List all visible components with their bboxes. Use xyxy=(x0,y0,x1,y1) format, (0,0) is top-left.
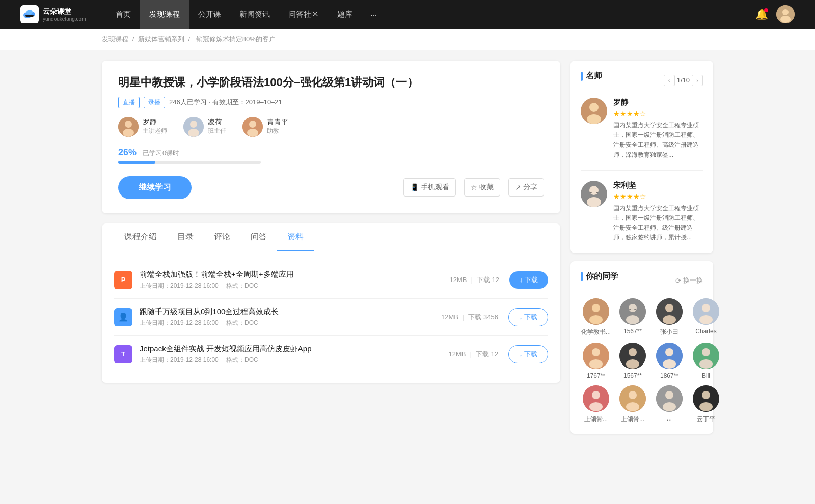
sidebar-teacher-stars-1: ★★★★☆ xyxy=(613,109,703,118)
classmate-5[interactable]: 1767** xyxy=(581,343,611,379)
svg-point-36 xyxy=(702,304,710,312)
resource-stats-2: 12MB | 下载 3456 xyxy=(441,313,498,322)
tab-review[interactable]: 评论 xyxy=(204,223,240,251)
nav-qa[interactable]: 问答社区 xyxy=(279,0,328,29)
resource-icon-3: T xyxy=(114,345,132,363)
resource-meta-1: 上传日期：2019-12-28 16:00 格式：DOC xyxy=(140,282,449,290)
sidebar-teacher-desc-2: 国内某重点大学安全工程专业硕士，国家一级注册消防工程师、注册安全工程师、级注册建… xyxy=(613,204,703,243)
classmates-section-title: 你的同学 xyxy=(581,271,618,282)
classmate-11[interactable]: ... xyxy=(654,385,685,424)
resource-meta-3: 上传日期：2019-12-28 16:00 格式：DOC xyxy=(140,356,448,365)
nav-open-course[interactable]: 公开课 xyxy=(189,0,230,29)
classmate-avatar-12 xyxy=(693,385,719,412)
svg-point-18 xyxy=(587,114,601,124)
user-avatar[interactable] xyxy=(776,5,795,23)
svg-point-39 xyxy=(592,348,600,356)
classmate-1[interactable]: 化学教书... xyxy=(581,298,611,337)
teacher-qingqingping: 青青平 助教 xyxy=(242,117,288,137)
left-content: 明星中教授课，小学阶段语法100分–强化级第1讲动词（一） 直播 录播 246人… xyxy=(102,61,560,442)
svg-point-40 xyxy=(589,359,603,369)
svg-point-37 xyxy=(699,315,713,324)
classmate-10[interactable]: 上颌骨... xyxy=(617,385,648,424)
right-sidebar: 名师 ‹ 1/10 › 罗静 xyxy=(570,61,713,442)
tabs-header: 课程介绍 目录 评论 问答 资料 xyxy=(102,223,560,251)
classmate-name-12: 云丁平 xyxy=(691,415,721,424)
resource-name-3: Jetpack全组件实战 开发短视频应用高仿皮皮虾App xyxy=(140,344,448,354)
main-layout: 明星中教授课，小学阶段语法100分–强化级第1讲动词（一） 直播 录播 246人… xyxy=(0,50,815,452)
nav-quiz[interactable]: 题库 xyxy=(328,0,362,29)
breadcrumb-current: 销冠修炼术搞定80%的客户 xyxy=(196,35,276,43)
classmate-name-10: 上颌骨... xyxy=(617,415,648,424)
logo-sub: yundouketang.com xyxy=(43,16,86,22)
favorite-button[interactable]: ☆ 收藏 xyxy=(464,178,500,197)
classmate-avatar-7 xyxy=(656,343,683,369)
share-icon: ↗ xyxy=(515,183,521,191)
notification-bell[interactable]: 🔔 xyxy=(755,8,768,20)
svg-point-15 xyxy=(247,129,258,137)
breadcrumb: 发现课程 / 新媒体营销系列 / 销冠修炼术搞定80%的客户 xyxy=(0,29,815,50)
classmate-7[interactable]: 1867** xyxy=(654,343,685,379)
classmate-12[interactable]: 云丁平 xyxy=(691,385,721,424)
svg-rect-30 xyxy=(629,309,631,310)
download-button-1[interactable]: ↓ 下载 xyxy=(509,271,548,289)
classmate-avatar-11 xyxy=(656,385,683,412)
classmate-6[interactable]: 1567** xyxy=(617,343,648,379)
tab-resources[interactable]: 资料 xyxy=(277,223,314,251)
teachers-prev-btn[interactable]: ‹ xyxy=(664,75,675,86)
continue-button[interactable]: 继续学习 xyxy=(118,176,192,199)
tab-catalog[interactable]: 目录 xyxy=(167,223,204,251)
nav-more[interactable]: ··· xyxy=(362,0,387,29)
svg-point-34 xyxy=(663,315,676,324)
share-button[interactable]: ↗ 分享 xyxy=(508,178,544,197)
classmate-3[interactable]: 张小田 xyxy=(654,298,685,337)
progress-percent: 26% xyxy=(118,147,137,157)
classmate-avatar-6 xyxy=(619,343,646,369)
tabs-section: 课程介绍 目录 评论 问答 资料 P 前端全栈加强版！前端全栈+全周期+多端应用… xyxy=(102,223,560,383)
svg-point-51 xyxy=(592,391,600,399)
classmate-avatar-1 xyxy=(583,298,609,325)
teacher-name-2: 凌荷 xyxy=(208,118,226,127)
classmate-8[interactable]: Bill xyxy=(691,343,721,379)
nav-discover[interactable]: 发现课程 xyxy=(140,0,189,29)
logo[interactable]: 云朵课堂 yundouketang.com xyxy=(20,5,86,23)
classmate-2[interactable]: 1567** xyxy=(617,298,648,337)
sidebar-teacher-stars-2: ★★★★☆ xyxy=(613,192,703,201)
svg-point-52 xyxy=(589,402,603,411)
download-button-3[interactable]: ↓ 下载 xyxy=(508,345,548,363)
classmate-name-9: 上颌骨... xyxy=(581,415,611,424)
resource-name-1: 前端全栈加强版！前端全栈+全周期+多端应用 xyxy=(140,270,449,279)
breadcrumb-discover[interactable]: 发现课程 xyxy=(102,35,128,43)
tab-qa[interactable]: 问答 xyxy=(240,223,277,251)
nav-home[interactable]: 首页 xyxy=(106,0,140,29)
teacher-avatar-3 xyxy=(242,117,263,137)
classmates-grid: 化学教书... 1567** 张小田 xyxy=(581,298,703,424)
classmates-card: 你的同学 ⟳ 换一换 化学教书... xyxy=(570,261,713,434)
svg-point-43 xyxy=(626,359,639,369)
course-card: 明星中教授课，小学阶段语法100分–强化级第1讲动词（一） 直播 录播 246人… xyxy=(102,61,560,213)
svg-point-29 xyxy=(626,315,639,324)
course-meta: 246人已学习 · 有效期至：2019–10–21 xyxy=(169,98,282,107)
resource-item-1: P 前端全栈加强版！前端全栈+全周期+多端应用 上传日期：2019-12-28 … xyxy=(114,262,548,299)
mobile-watch-button[interactable]: 📱 手机观看 xyxy=(403,178,456,197)
nav-news[interactable]: 新闻资讯 xyxy=(230,0,279,29)
svg-point-58 xyxy=(663,402,676,411)
classmate-name-1: 化学教书... xyxy=(581,328,611,337)
resource-name-2: 跟随千万级项目从0到100全过程高效成长 xyxy=(140,307,441,317)
teachers-card: 名师 ‹ 1/10 › 罗静 xyxy=(570,61,713,253)
svg-point-14 xyxy=(249,121,256,128)
svg-point-20 xyxy=(589,186,599,195)
download-button-2[interactable]: ↓ 下载 xyxy=(508,308,548,326)
classmate-4[interactable]: Charles xyxy=(691,298,721,337)
sidebar-teacher-name-2: 宋利坚 xyxy=(613,181,703,190)
teachers-next-btn[interactable]: › xyxy=(692,75,703,86)
refresh-classmates-button[interactable]: ⟳ 换一换 xyxy=(675,276,703,285)
course-actions: 继续学习 📱 手机观看 ☆ 收藏 ↗ 分享 xyxy=(118,176,544,199)
breadcrumb-series[interactable]: 新媒体营销系列 xyxy=(138,35,184,43)
resource-item-3: T Jetpack全组件实战 开发短视频应用高仿皮皮虾App 上传日期：2019… xyxy=(114,336,548,373)
progress-label: 已学习0课时 xyxy=(143,149,179,157)
tab-intro[interactable]: 课程介绍 xyxy=(114,223,167,251)
classmate-9[interactable]: 上颌骨... xyxy=(581,385,611,424)
classmate-name-11: ... xyxy=(654,415,685,422)
resource-item-2: 👤 跟随千万级项目从0到100全过程高效成长 上传日期：2019-12-28 1… xyxy=(114,299,548,336)
logo-icon xyxy=(20,5,39,23)
